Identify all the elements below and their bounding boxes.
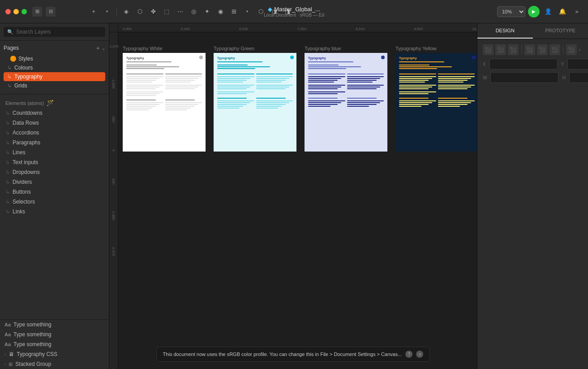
notification-button[interactable]: 🔔 — [557, 6, 568, 17]
frame-green-canvas[interactable]: Typography — [214, 53, 296, 152]
frame-tool[interactable]: ⬚ — [161, 6, 172, 17]
move-tool[interactable]: ◈ — [120, 6, 132, 17]
play-button[interactable]: ▶ — [528, 6, 540, 17]
align-bottom-button[interactable]: ⬛ — [549, 44, 560, 55]
align-top-button[interactable]: ⬛ — [524, 44, 535, 55]
hand-tool[interactable]: ✦ — [201, 6, 213, 17]
canvas-area[interactable]: 4,950 5,940 6,930 7,920 8,910 9,900 10,8… — [109, 23, 477, 369]
col1-bar3 — [126, 78, 159, 79]
view-mode-icons: ⊞ ⊟ — [32, 7, 56, 17]
distribute-h-button[interactable]: ⬛ — [566, 44, 577, 55]
type-label-3: Type something — [13, 341, 52, 347]
layer-datarows[interactable]: ↳ Data Rows — [0, 118, 109, 128]
view-icon[interactable]: ⊞ — [32, 7, 42, 17]
search-input-wrap[interactable]: 🔍 — [4, 27, 105, 37]
dropdown-arrow[interactable]: ▾ — [241, 6, 253, 17]
zoom-select[interactable]: 10% 25% 50% 100% — [497, 6, 525, 17]
col2-bar6 — [165, 85, 202, 86]
frame-typography-white[interactable]: Typography White Typography — [123, 46, 206, 152]
layers-section: Elements (atoms) 🪄 ↳ Countdowns ↳ Data R… — [0, 94, 109, 319]
page-grids-label: Grids — [14, 82, 27, 89]
typo-cols-blue — [308, 74, 384, 95]
frames-container: Typography White Typography — [123, 46, 477, 152]
ruler-v-mark-5: 990 — [112, 178, 116, 184]
ruler-v-mark-2: -1,980 — [112, 78, 116, 89]
layer-buttons[interactable]: ↳ Buttons — [0, 187, 109, 197]
fullscreen-button[interactable] — [21, 9, 27, 14]
col1-bar2 — [126, 76, 163, 77]
layer-countdowns[interactable]: ↳ Countdowns — [0, 108, 109, 118]
h-input[interactable] — [569, 72, 588, 83]
stacked-group-item[interactable]: › ⊞ Stacked Group — [0, 359, 109, 369]
add-page-button[interactable]: + — [96, 44, 100, 52]
pages-expand-button[interactable]: ⌄ — [102, 44, 105, 52]
frame-blue-dot — [381, 56, 385, 59]
pen-tool[interactable]: ✤ — [147, 6, 159, 17]
zoom-in[interactable]: ◎ — [188, 6, 199, 17]
more-button[interactable]: » — [571, 6, 583, 17]
notification-text: This document now uses the sRGB color pr… — [163, 352, 402, 357]
panel-body: ⬛ ⬛ ⬛ ⬛ ⬛ ⬛ ⬛ › X Y › W — [477, 39, 588, 369]
align-left-button[interactable]: ⬛ — [483, 44, 494, 55]
pages-header: Pages + ⌄ — [4, 44, 105, 52]
grid-icon[interactable]: ⊟ — [46, 7, 56, 17]
page-item-typography[interactable]: ↳ Typography — [4, 72, 105, 81]
align-middle-button[interactable]: ⬛ — [537, 44, 548, 55]
search-section: 🔍 — [0, 23, 109, 41]
layer-links-label: Links — [13, 208, 25, 215]
library[interactable]: ⊞ — [228, 6, 240, 17]
align-right-button[interactable]: ⬛ — [508, 44, 519, 55]
layer-paragraphs-label: Paragraphs — [13, 139, 40, 146]
tab-prototype[interactable]: PROTOTYPE — [533, 23, 588, 39]
add-dropdown[interactable]: ▾ — [101, 6, 113, 17]
bottom-text-area-white — [126, 100, 202, 111]
layer-countdowns-label: Countdowns — [13, 110, 43, 116]
sidebar-bottom: Aa Type something Aa Type something Aa T… — [0, 319, 109, 369]
notification-help-button[interactable]: ? — [405, 351, 412, 358]
scale-tool[interactable]: ⬡ — [134, 6, 146, 17]
layer-dropdowns[interactable]: ↳ Dropdowns — [0, 167, 109, 177]
layer-accordions-label: Accordions — [13, 130, 39, 136]
typography-css-group[interactable]: › 🖥 Typography CSS — [0, 349, 109, 359]
page-item-colours[interactable]: ↳ Colours — [4, 63, 105, 72]
frame-typography-blue[interactable]: Typography blue Typography — [305, 46, 387, 152]
frame-blue-canvas[interactable]: Typography — [305, 53, 387, 152]
component-tool[interactable]: ◉ — [215, 6, 226, 17]
elements-emoji: 🪄 — [47, 100, 54, 106]
type-item-3[interactable]: Aa Type something — [0, 339, 109, 349]
chevron-right-icon: › — [4, 352, 6, 357]
layer-paragraphs[interactable]: ↳ Paragraphs — [0, 138, 109, 148]
layer-lines[interactable]: ↳ Lines — [0, 148, 109, 157]
align-center-h-button[interactable]: ⬛ — [495, 44, 506, 55]
frame-typography-yellow[interactable]: Typography Yellow Typography — [395, 46, 477, 152]
panel-expand-button[interactable]: › — [579, 47, 580, 53]
layer-dividers[interactable]: ↳ Dividers — [0, 177, 109, 187]
notification-close-button[interactable]: × — [416, 351, 423, 358]
layer-textinputs[interactable]: ↳ Text inputs — [0, 157, 109, 167]
frame-white-canvas[interactable]: Typography — [123, 53, 206, 152]
tab-design[interactable]: DESIGN — [477, 23, 533, 39]
frame-yellow-canvas[interactable]: Typography — [395, 53, 477, 152]
ruler-mark-5: 8,910 — [356, 27, 365, 31]
share-button[interactable]: 👤 — [542, 6, 554, 17]
x-input[interactable] — [489, 59, 558, 69]
type-item-2[interactable]: Aa Type something — [0, 330, 109, 339]
page-item-styles[interactable]: 🟠 Styles — [4, 54, 105, 63]
frame-typography-green[interactable]: Typography Green Typography — [214, 46, 296, 152]
w-input[interactable] — [490, 72, 558, 83]
layer-accordions[interactable]: ↳ Accordions — [0, 128, 109, 138]
search-input[interactable] — [16, 29, 102, 35]
type-item-1[interactable]: Aa Type something — [0, 320, 109, 330]
add-button[interactable]: + — [88, 6, 99, 17]
col1-bar6 — [126, 85, 163, 86]
minimize-button[interactable] — [13, 9, 19, 14]
bta-w11 — [165, 108, 191, 109]
y-input[interactable] — [567, 59, 588, 69]
layer-dropdowns-label: Dropdowns — [13, 169, 40, 175]
more-tools[interactable]: ⋯ — [174, 6, 186, 17]
layer-selectors[interactable]: ↳ Selectors — [0, 197, 109, 207]
layer-links[interactable]: ↳ Links — [0, 207, 109, 217]
close-button[interactable] — [5, 9, 11, 14]
col1-bar5 — [126, 82, 152, 82]
page-item-grids[interactable]: ↳ Grids — [4, 81, 105, 90]
